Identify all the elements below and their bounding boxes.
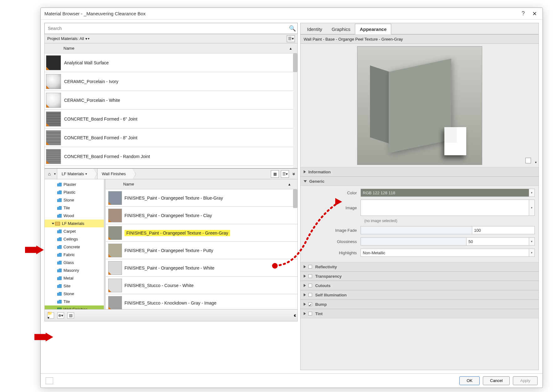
tree-item[interactable]: Carpet <box>45 227 104 235</box>
home-icon[interactable]: ⌂ <box>45 171 54 176</box>
library-toolbar: 📁▾ ⊕▾ ▤ ‹‹ <box>45 309 297 321</box>
collapse-panel-icon[interactable]: ‹‹ <box>294 312 295 319</box>
tree-item[interactable]: Ceilings <box>45 235 104 243</box>
tree-item[interactable]: Wood <box>45 212 104 220</box>
new-material-icon[interactable]: ⊕▾ <box>57 312 64 319</box>
tab-identity[interactable]: Identity <box>302 24 327 34</box>
checkbox[interactable] <box>308 265 312 269</box>
checkbox[interactable] <box>308 274 312 278</box>
tree-item[interactable]: Masonry <box>45 266 104 274</box>
material-row[interactable]: CONCRETE_Board Formed - 8" Joint <box>45 128 297 147</box>
cancel-button[interactable]: Cancel <box>483 376 510 385</box>
highlights-field[interactable]: Non-Metallic <box>361 249 529 257</box>
tab-graphics[interactable]: Graphics <box>327 24 355 34</box>
properties-icon[interactable]: ▤ <box>67 312 74 319</box>
new-library-icon[interactable]: 📁▾ <box>47 312 54 319</box>
gloss-value[interactable]: 50 <box>467 237 529 246</box>
apply-button[interactable]: Apply <box>513 376 538 385</box>
sort-asc-icon[interactable]: ▲ <box>288 182 291 186</box>
library-row[interactable]: FINISHES_Paint - Orangepeel Texture - Wh… <box>106 259 297 277</box>
material-row[interactable]: CONCRETE_Board Formed - 6" Joint <box>45 110 297 128</box>
image-field[interactable] <box>361 200 529 216</box>
section-tint[interactable]: Tint <box>301 309 538 318</box>
breadcrumb-wall-finishes[interactable]: Wall Finishes <box>97 169 133 179</box>
expand-icon[interactable]: » <box>291 172 297 175</box>
library-column-header[interactable]: Name▲ <box>106 179 297 189</box>
library-row[interactable]: FINISHES_Paint - Orangepeel Texture - Bl… <box>106 189 297 207</box>
library-row-selected[interactable]: FINISHES_Paint - Orangepeel Texture - Gr… <box>106 224 297 242</box>
tree-item-lf-materials[interactable]: LF Materials <box>45 220 104 227</box>
image-dropdown-icon[interactable]: ▾ <box>529 200 535 216</box>
color-dropdown-icon[interactable]: ▾ <box>529 189 535 197</box>
swatch <box>108 296 122 309</box>
tree-item[interactable]: Stone <box>45 290 104 298</box>
column-header[interactable]: Name ▲ <box>45 43 297 53</box>
tree-item[interactable]: Tile <box>45 204 104 212</box>
dialog-footer: OK Cancel Apply <box>41 373 543 388</box>
gloss-slider[interactable] <box>361 237 467 246</box>
view-grid-icon[interactable]: ▦ <box>271 170 279 178</box>
view-list-icon[interactable]: ☰▾ <box>287 35 295 42</box>
category-tree: Plaster Plastic Stone Tile Wood LF Mater… <box>45 179 106 309</box>
project-materials-filter[interactable]: Project Materials: All ▾ ▾ ☰▾ <box>44 34 298 43</box>
checkbox-checked[interactable] <box>308 302 312 306</box>
section-information[interactable]: Information <box>301 167 538 176</box>
filter-icon[interactable]: ▾ <box>85 37 87 41</box>
scrollbar-thumb[interactable] <box>293 189 297 208</box>
search-input[interactable] <box>45 24 287 33</box>
sort-asc-icon[interactable]: ▲ <box>289 47 292 50</box>
scrollbar-thumb[interactable] <box>293 53 297 72</box>
checkbox[interactable] <box>308 284 312 287</box>
tree-item[interactable]: Plastic <box>45 188 104 196</box>
section-reflectivity[interactable]: Reflectivity <box>301 262 538 271</box>
checkbox[interactable] <box>308 312 312 315</box>
tab-appearance[interactable]: Appearance <box>355 24 391 34</box>
swatch <box>108 209 122 222</box>
home-caret-icon[interactable]: ▾ <box>54 172 56 176</box>
ok-button[interactable]: OK <box>459 376 480 385</box>
fade-slider[interactable] <box>361 226 472 234</box>
preview-scene-icon[interactable] <box>525 158 531 163</box>
expand-caret-icon[interactable] <box>52 223 54 224</box>
library-row[interactable]: FINISHES_Stucco - Course - White <box>106 277 297 294</box>
tree-item[interactable]: Concrete <box>45 243 104 251</box>
section-generic[interactable]: Generic <box>301 176 538 186</box>
scrollbar[interactable] <box>293 53 297 168</box>
section-title: Information <box>308 170 331 174</box>
tree-item[interactable]: Tile <box>45 298 104 305</box>
material-row[interactable]: CONCRETE_Cast In Place <box>45 166 297 168</box>
tree-item[interactable]: Fabric <box>45 251 104 259</box>
library-row[interactable]: FINISHES_Paint - Orangepeel Texture - Cl… <box>106 207 297 224</box>
view-list-icon[interactable]: ☰▾ <box>281 170 289 178</box>
gloss-dropdown-icon[interactable]: ▾ <box>529 237 535 246</box>
library-row[interactable]: FINISHES_Paint - Orangepeel Texture - Pu… <box>106 242 297 259</box>
preview-caret-icon[interactable]: ▾ <box>535 161 537 164</box>
fade-value[interactable]: 100 <box>472 226 535 234</box>
material-row[interactable]: CERAMIC_Porcelain - Ivory <box>45 72 297 91</box>
breadcrumb-lf-materials[interactable]: LF Materials ▾ <box>57 169 94 179</box>
highlights-dropdown-icon[interactable]: ▾ <box>529 249 535 257</box>
section-cutouts[interactable]: Cutouts <box>301 281 538 290</box>
section-self-illumination[interactable]: Self Illumination <box>301 290 538 300</box>
library-row[interactable]: FINISHES_Stucco - Knockdown - Gray - Ima… <box>106 294 297 309</box>
assets-icon[interactable] <box>46 377 53 384</box>
material-row[interactable]: CERAMIC_Porcelain - White <box>45 91 297 110</box>
material-row[interactable]: CONCRETE_Board Formed - Random Joint <box>45 147 297 166</box>
tree-item[interactable]: Glass <box>45 259 104 266</box>
section-bump[interactable]: Bump <box>301 300 538 309</box>
search-icon[interactable]: 🔍 <box>287 25 297 32</box>
color-field[interactable]: RGB 122 128 118 <box>361 189 529 197</box>
filter-caret-icon[interactable]: ▾ <box>88 37 89 40</box>
tree-item[interactable]: Plaster <box>45 181 104 188</box>
search-box[interactable]: 🔍 <box>44 23 298 34</box>
material-row[interactable]: Analytical Wall Surface <box>45 53 297 72</box>
section-title: Reflectivity <box>315 265 337 269</box>
checkbox[interactable] <box>308 293 312 297</box>
tree-item-wall-finishes[interactable]: Wall Finishes <box>45 305 104 309</box>
close-icon[interactable]: ✕ <box>532 10 537 17</box>
tree-item[interactable]: Metal <box>45 274 104 282</box>
help-icon[interactable]: ? <box>522 10 525 17</box>
tree-item[interactable]: Stone <box>45 196 104 204</box>
tree-item[interactable]: Site <box>45 282 104 290</box>
section-transparency[interactable]: Transparency <box>301 271 538 281</box>
